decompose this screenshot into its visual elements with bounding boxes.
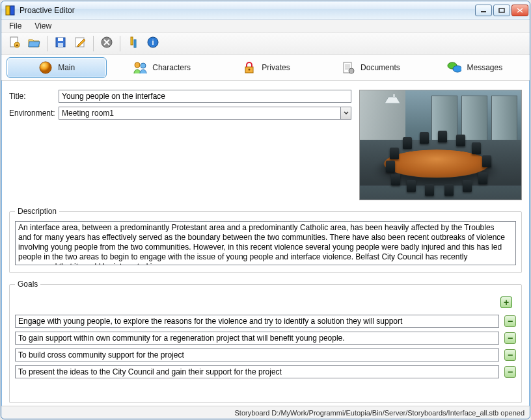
document-icon	[341, 60, 355, 75]
open-button[interactable]	[25, 34, 43, 53]
goal-remove-button[interactable]: −	[504, 332, 516, 344]
cancel-icon	[100, 36, 113, 51]
environment-preview	[359, 90, 522, 200]
nav-tabs: Main Characters Privates Documents Messa…	[1, 55, 530, 81]
tab-label: Main	[58, 63, 75, 72]
svg-point-20	[40, 62, 51, 73]
tab-documents[interactable]: Documents	[321, 57, 420, 78]
minus-icon: −	[508, 317, 513, 326]
svg-rect-16	[131, 37, 133, 45]
goals-legend: Goals	[15, 280, 40, 289]
settings-icon	[127, 36, 140, 51]
environment-combo[interactable]: Meeting room1	[59, 107, 351, 120]
svg-rect-17	[134, 40, 136, 47]
new-file-icon: ★	[8, 36, 21, 51]
maximize-button[interactable]	[493, 5, 510, 16]
svg-rect-2	[481, 11, 486, 12]
svg-rect-0	[6, 6, 10, 15]
chevron-down-icon[interactable]	[340, 107, 351, 119]
svg-text:i: i	[152, 38, 154, 46]
svg-rect-32	[393, 94, 395, 98]
tab-label: Characters	[152, 63, 191, 72]
new-button[interactable]: ★	[5, 34, 23, 53]
title-label: Title:	[9, 92, 55, 101]
minus-icon: −	[508, 334, 513, 343]
environment-label: Environment:	[9, 109, 55, 118]
toolbar: ★ i	[1, 33, 530, 55]
minimize-button[interactable]	[475, 5, 492, 16]
menu-view[interactable]: View	[29, 20, 57, 32]
status-text: Storyboard D:/MyWork/Programmi/Eutopia/B…	[235, 409, 525, 417]
svg-point-31	[453, 66, 461, 72]
toolbar-separator	[47, 36, 48, 51]
settings-button[interactable]	[124, 34, 143, 53]
menu-file[interactable]: File	[4, 20, 27, 32]
edit-icon	[74, 36, 87, 51]
sphere-icon	[38, 60, 53, 75]
titlebar: Proactive Editor	[1, 1, 530, 20]
description-textarea[interactable]	[15, 221, 516, 265]
info-button[interactable]: i	[144, 34, 162, 53]
tab-label: Messages	[467, 63, 502, 72]
goal-input[interactable]	[15, 348, 499, 361]
save-icon	[54, 36, 67, 51]
svg-rect-11	[58, 43, 63, 47]
goal-row: −	[15, 348, 516, 361]
main-content: Title: Environment: Meeting room1	[1, 81, 530, 406]
svg-rect-10	[58, 38, 63, 41]
minus-icon: −	[508, 367, 513, 376]
goal-remove-button[interactable]: −	[504, 366, 516, 378]
folder-open-icon	[27, 36, 40, 51]
goal-row: −	[15, 315, 516, 328]
toolbar-separator	[93, 36, 94, 51]
goal-remove-button[interactable]: −	[504, 315, 516, 327]
tab-characters[interactable]: Characters	[112, 57, 211, 78]
people-icon	[133, 60, 147, 75]
svg-rect-1	[10, 6, 14, 15]
svg-point-29	[349, 68, 354, 73]
tab-label: Privates	[262, 63, 290, 72]
lock-icon	[242, 60, 256, 75]
title-input[interactable]	[59, 90, 351, 103]
goal-remove-button[interactable]: −	[504, 349, 516, 361]
goal-add-button[interactable]: +	[500, 296, 512, 308]
tab-main[interactable]: Main	[7, 57, 107, 78]
close-button[interactable]	[511, 5, 528, 16]
app-icon	[5, 5, 16, 16]
goal-input[interactable]	[15, 365, 499, 378]
svg-rect-3	[499, 8, 504, 12]
tab-messages[interactable]: Messages	[426, 57, 524, 78]
goal-input[interactable]	[15, 315, 499, 328]
goal-input[interactable]	[15, 332, 499, 345]
svg-point-24	[249, 68, 251, 70]
app-window: Proactive Editor File View ★ i Main Char…	[1, 1, 530, 419]
plus-icon: +	[504, 298, 509, 307]
tab-label: Documents	[361, 63, 400, 72]
svg-point-21	[135, 62, 140, 68]
window-title: Proactive Editor	[20, 6, 475, 15]
status-bar: Storyboard D:/MyWork/Programmi/Eutopia/B…	[1, 406, 530, 419]
goal-row: −	[15, 332, 516, 345]
tab-privates[interactable]: Privates	[217, 57, 316, 78]
description-fieldset: Description	[9, 207, 522, 273]
toolbar-separator	[120, 36, 120, 51]
save-button[interactable]	[51, 34, 70, 53]
minus-icon: −	[508, 350, 513, 360]
chat-icon	[447, 60, 461, 75]
svg-text:★: ★	[15, 43, 19, 47]
environment-value: Meeting room1	[59, 107, 340, 119]
goal-row: −	[15, 365, 516, 378]
cancel-button[interactable]	[98, 34, 116, 53]
menubar: File View	[1, 20, 530, 33]
description-legend: Description	[15, 207, 59, 216]
svg-point-22	[141, 63, 146, 68]
info-icon: i	[146, 36, 159, 51]
goals-fieldset: Goals + − − − −	[9, 280, 522, 403]
edit-button[interactable]	[71, 34, 89, 53]
